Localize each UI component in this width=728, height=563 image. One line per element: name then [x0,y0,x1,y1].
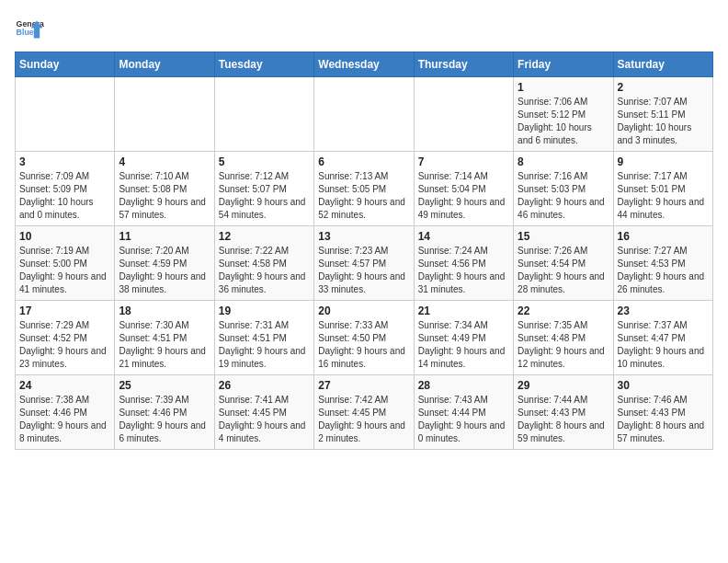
day-number: 25 [119,379,210,392]
calendar-week-row: 24Sunrise: 7:38 AM Sunset: 4:46 PM Dayli… [16,375,713,450]
day-info: Sunrise: 7:29 AM Sunset: 4:52 PM Dayligh… [19,319,110,371]
day-info: Sunrise: 7:42 AM Sunset: 4:45 PM Dayligh… [318,394,409,445]
day-of-week-header: Tuesday [214,52,313,77]
logo-icon: General Blue [15,15,44,44]
day-number: 21 [418,304,509,317]
day-info: Sunrise: 7:33 AM Sunset: 4:50 PM Dayligh… [318,319,409,371]
day-of-week-header: Saturday [613,52,712,77]
calendar-day-cell [314,77,414,152]
calendar-day-cell: 7Sunrise: 7:14 AM Sunset: 5:04 PM Daylig… [414,152,513,226]
day-info: Sunrise: 7:30 AM Sunset: 4:51 PM Dayligh… [119,319,210,371]
day-number: 15 [518,230,609,243]
day-number: 3 [19,155,110,168]
calendar-day-cell: 24Sunrise: 7:38 AM Sunset: 4:46 PM Dayli… [16,375,115,450]
logo: General Blue [15,15,44,44]
day-number: 30 [618,379,709,392]
day-number: 13 [318,230,409,243]
day-info: Sunrise: 7:14 AM Sunset: 5:04 PM Dayligh… [418,170,509,222]
calendar-day-cell: 23Sunrise: 7:37 AM Sunset: 4:47 PM Dayli… [613,301,712,375]
calendar-day-cell [214,77,313,152]
day-info: Sunrise: 7:39 AM Sunset: 4:46 PM Dayligh… [119,394,210,445]
calendar-day-cell: 30Sunrise: 7:46 AM Sunset: 4:43 PM Dayli… [613,375,712,450]
calendar-day-cell: 5Sunrise: 7:12 AM Sunset: 5:07 PM Daylig… [214,152,313,226]
calendar-day-cell [414,77,513,152]
day-number: 4 [119,155,210,168]
calendar-header-row: SundayMondayTuesdayWednesdayThursdayFrid… [16,52,713,77]
day-info: Sunrise: 7:34 AM Sunset: 4:49 PM Dayligh… [418,319,509,371]
day-info: Sunrise: 7:23 AM Sunset: 4:57 PM Dayligh… [318,245,409,296]
day-number: 24 [19,379,110,392]
calendar-day-cell: 21Sunrise: 7:34 AM Sunset: 4:49 PM Dayli… [414,301,513,375]
calendar-day-cell: 4Sunrise: 7:10 AM Sunset: 5:08 PM Daylig… [115,152,214,226]
day-info: Sunrise: 7:46 AM Sunset: 4:43 PM Dayligh… [618,394,709,445]
calendar-day-cell: 11Sunrise: 7:20 AM Sunset: 4:59 PM Dayli… [115,226,214,301]
day-number: 12 [219,230,310,243]
day-number: 17 [19,304,110,317]
day-info: Sunrise: 7:44 AM Sunset: 4:43 PM Dayligh… [518,394,609,445]
day-number: 14 [418,230,509,243]
page-header: General Blue [15,15,713,44]
calendar-day-cell: 19Sunrise: 7:31 AM Sunset: 4:51 PM Dayli… [214,301,313,375]
calendar-day-cell [16,77,115,152]
day-of-week-header: Friday [514,52,613,77]
calendar-day-cell: 18Sunrise: 7:30 AM Sunset: 4:51 PM Dayli… [115,301,214,375]
day-info: Sunrise: 7:19 AM Sunset: 5:00 PM Dayligh… [19,245,110,296]
calendar-day-cell: 25Sunrise: 7:39 AM Sunset: 4:46 PM Dayli… [115,375,214,450]
day-info: Sunrise: 7:13 AM Sunset: 5:05 PM Dayligh… [318,170,409,222]
calendar-day-cell: 10Sunrise: 7:19 AM Sunset: 5:00 PM Dayli… [16,226,115,301]
day-info: Sunrise: 7:27 AM Sunset: 4:53 PM Dayligh… [618,245,709,296]
day-number: 11 [119,230,210,243]
calendar-week-row: 1Sunrise: 7:06 AM Sunset: 5:12 PM Daylig… [16,77,713,152]
calendar-day-cell: 27Sunrise: 7:42 AM Sunset: 4:45 PM Dayli… [314,375,414,450]
day-info: Sunrise: 7:16 AM Sunset: 5:03 PM Dayligh… [518,170,609,222]
calendar-week-row: 3Sunrise: 7:09 AM Sunset: 5:09 PM Daylig… [16,152,713,226]
day-of-week-header: Wednesday [314,52,414,77]
calendar-day-cell: 2Sunrise: 7:07 AM Sunset: 5:11 PM Daylig… [613,77,712,152]
day-number: 26 [219,379,310,392]
calendar-day-cell: 16Sunrise: 7:27 AM Sunset: 4:53 PM Dayli… [613,226,712,301]
calendar-table: SundayMondayTuesdayWednesdayThursdayFrid… [15,52,713,450]
day-info: Sunrise: 7:12 AM Sunset: 5:07 PM Dayligh… [219,170,310,222]
day-info: Sunrise: 7:35 AM Sunset: 4:48 PM Dayligh… [518,319,609,371]
calendar-day-cell: 14Sunrise: 7:24 AM Sunset: 4:56 PM Dayli… [414,226,513,301]
calendar-day-cell: 9Sunrise: 7:17 AM Sunset: 5:01 PM Daylig… [613,152,712,226]
day-info: Sunrise: 7:07 AM Sunset: 5:11 PM Dayligh… [618,96,709,147]
day-number: 19 [219,304,310,317]
calendar-day-cell: 1Sunrise: 7:06 AM Sunset: 5:12 PM Daylig… [514,77,613,152]
day-info: Sunrise: 7:31 AM Sunset: 4:51 PM Dayligh… [219,319,310,371]
day-info: Sunrise: 7:06 AM Sunset: 5:12 PM Dayligh… [518,96,609,147]
calendar-day-cell: 3Sunrise: 7:09 AM Sunset: 5:09 PM Daylig… [16,152,115,226]
day-number: 8 [518,155,609,168]
svg-text:Blue: Blue [17,28,34,37]
day-info: Sunrise: 7:24 AM Sunset: 4:56 PM Dayligh… [418,245,509,296]
calendar-day-cell: 28Sunrise: 7:43 AM Sunset: 4:44 PM Dayli… [414,375,513,450]
day-info: Sunrise: 7:41 AM Sunset: 4:45 PM Dayligh… [219,394,310,445]
calendar-day-cell: 13Sunrise: 7:23 AM Sunset: 4:57 PM Dayli… [314,226,414,301]
day-of-week-header: Sunday [16,52,115,77]
calendar-day-cell [115,77,214,152]
calendar-week-row: 10Sunrise: 7:19 AM Sunset: 5:00 PM Dayli… [16,226,713,301]
calendar-day-cell: 26Sunrise: 7:41 AM Sunset: 4:45 PM Dayli… [214,375,313,450]
day-info: Sunrise: 7:37 AM Sunset: 4:47 PM Dayligh… [618,319,709,371]
day-info: Sunrise: 7:26 AM Sunset: 4:54 PM Dayligh… [518,245,609,296]
day-number: 5 [219,155,310,168]
day-number: 10 [19,230,110,243]
day-number: 18 [119,304,210,317]
day-info: Sunrise: 7:20 AM Sunset: 4:59 PM Dayligh… [119,245,210,296]
day-info: Sunrise: 7:43 AM Sunset: 4:44 PM Dayligh… [418,394,509,445]
calendar-day-cell: 12Sunrise: 7:22 AM Sunset: 4:58 PM Dayli… [214,226,313,301]
day-number: 29 [518,379,609,392]
day-number: 2 [618,81,709,94]
calendar-day-cell: 8Sunrise: 7:16 AM Sunset: 5:03 PM Daylig… [514,152,613,226]
calendar-day-cell: 20Sunrise: 7:33 AM Sunset: 4:50 PM Dayli… [314,301,414,375]
day-number: 6 [318,155,409,168]
day-number: 27 [318,379,409,392]
day-number: 1 [518,81,609,94]
calendar-day-cell: 29Sunrise: 7:44 AM Sunset: 4:43 PM Dayli… [514,375,613,450]
day-info: Sunrise: 7:09 AM Sunset: 5:09 PM Dayligh… [19,170,110,222]
day-number: 16 [618,230,709,243]
day-info: Sunrise: 7:10 AM Sunset: 5:08 PM Dayligh… [119,170,210,222]
day-number: 28 [418,379,509,392]
day-number: 22 [518,304,609,317]
day-number: 23 [618,304,709,317]
